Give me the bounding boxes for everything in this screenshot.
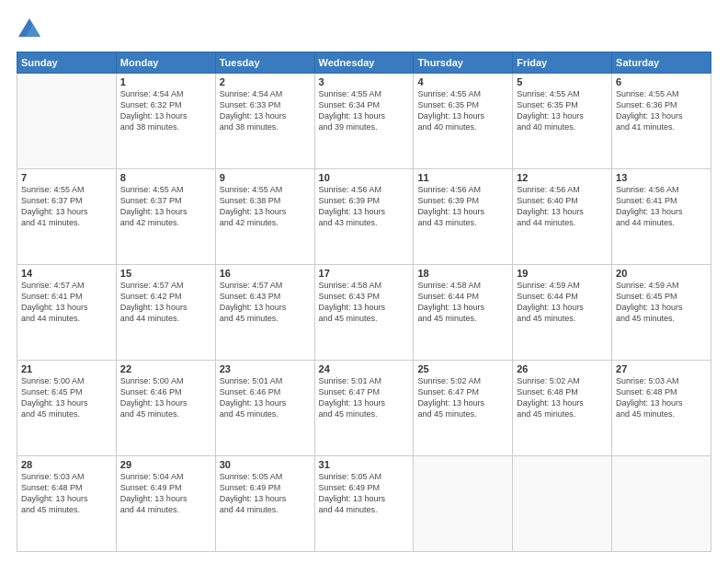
- week-row-3: 14Sunrise: 4:57 AMSunset: 6:41 PMDayligh…: [17, 265, 711, 361]
- calendar-cell: 2Sunrise: 4:54 AMSunset: 6:33 PMDaylight…: [215, 74, 314, 169]
- calendar-cell: [17, 74, 117, 169]
- calendar-cell: 28Sunrise: 5:03 AMSunset: 6:48 PMDayligh…: [17, 456, 117, 552]
- cell-content: Sunrise: 5:05 AMSunset: 6:49 PMDaylight:…: [319, 471, 410, 516]
- cell-content: Sunrise: 4:55 AMSunset: 6:37 PMDaylight:…: [21, 184, 112, 229]
- day-number: 29: [120, 459, 211, 470]
- calendar-cell: 6Sunrise: 4:55 AMSunset: 6:36 PMDaylight…: [612, 74, 711, 169]
- cell-content: Sunrise: 4:59 AMSunset: 6:45 PMDaylight:…: [616, 280, 707, 325]
- calendar-cell: 7Sunrise: 4:55 AMSunset: 6:37 PMDaylight…: [17, 169, 117, 265]
- calendar-cell: 26Sunrise: 5:02 AMSunset: 6:48 PMDayligh…: [513, 361, 612, 456]
- day-number: 7: [21, 172, 112, 183]
- day-header-thursday: Thursday: [414, 52, 513, 74]
- calendar-cell: [513, 456, 612, 552]
- cell-content: Sunrise: 5:02 AMSunset: 6:48 PMDaylight:…: [517, 375, 608, 420]
- calendar-cell: 14Sunrise: 4:57 AMSunset: 6:41 PMDayligh…: [17, 265, 117, 361]
- cell-content: Sunrise: 4:55 AMSunset: 6:35 PMDaylight:…: [517, 88, 608, 133]
- cell-content: Sunrise: 4:58 AMSunset: 6:43 PMDaylight:…: [319, 280, 410, 325]
- day-number: 8: [120, 172, 211, 183]
- week-row-2: 7Sunrise: 4:55 AMSunset: 6:37 PMDaylight…: [17, 169, 711, 265]
- header: [17, 17, 711, 42]
- logo-icon: [17, 17, 42, 42]
- calendar-cell: 19Sunrise: 4:59 AMSunset: 6:44 PMDayligh…: [513, 265, 612, 361]
- day-header-friday: Friday: [513, 52, 612, 74]
- cell-content: Sunrise: 4:59 AMSunset: 6:44 PMDaylight:…: [517, 280, 608, 325]
- calendar-cell: 30Sunrise: 5:05 AMSunset: 6:49 PMDayligh…: [215, 456, 314, 552]
- day-number: 23: [220, 363, 311, 374]
- calendar-cell: 24Sunrise: 5:01 AMSunset: 6:47 PMDayligh…: [314, 361, 414, 456]
- calendar-cell: 8Sunrise: 4:55 AMSunset: 6:37 PMDaylight…: [116, 169, 215, 265]
- cell-content: Sunrise: 4:55 AMSunset: 6:34 PMDaylight:…: [319, 88, 410, 133]
- calendar-cell: 13Sunrise: 4:56 AMSunset: 6:41 PMDayligh…: [612, 169, 711, 265]
- calendar-cell: 23Sunrise: 5:01 AMSunset: 6:46 PMDayligh…: [215, 361, 314, 456]
- day-number: 22: [120, 363, 211, 374]
- cell-content: Sunrise: 4:58 AMSunset: 6:44 PMDaylight:…: [417, 280, 508, 325]
- calendar-cell: 27Sunrise: 5:03 AMSunset: 6:48 PMDayligh…: [612, 361, 711, 456]
- week-row-1: 1Sunrise: 4:54 AMSunset: 6:32 PMDaylight…: [17, 74, 711, 169]
- day-number: 18: [417, 268, 508, 279]
- calendar-cell: 20Sunrise: 4:59 AMSunset: 6:45 PMDayligh…: [612, 265, 711, 361]
- cell-content: Sunrise: 4:56 AMSunset: 6:41 PMDaylight:…: [616, 184, 707, 229]
- calendar-cell: [414, 456, 513, 552]
- day-number: 19: [517, 268, 608, 279]
- day-number: 30: [220, 459, 311, 470]
- cell-content: Sunrise: 5:02 AMSunset: 6:47 PMDaylight:…: [417, 375, 508, 420]
- calendar-cell: 21Sunrise: 5:00 AMSunset: 6:45 PMDayligh…: [17, 361, 117, 456]
- day-number: 17: [319, 268, 410, 279]
- cell-content: Sunrise: 5:00 AMSunset: 6:46 PMDaylight:…: [120, 375, 211, 420]
- cell-content: Sunrise: 4:57 AMSunset: 6:41 PMDaylight:…: [21, 280, 112, 325]
- calendar-cell: 9Sunrise: 4:55 AMSunset: 6:38 PMDaylight…: [215, 169, 314, 265]
- cell-content: Sunrise: 5:01 AMSunset: 6:47 PMDaylight:…: [319, 375, 410, 420]
- cell-content: Sunrise: 5:00 AMSunset: 6:45 PMDaylight:…: [21, 375, 112, 420]
- cell-content: Sunrise: 5:05 AMSunset: 6:49 PMDaylight:…: [220, 471, 311, 516]
- day-number: 1: [120, 76, 211, 87]
- calendar-cell: 31Sunrise: 5:05 AMSunset: 6:49 PMDayligh…: [314, 456, 414, 552]
- day-number: 15: [120, 268, 211, 279]
- week-row-5: 28Sunrise: 5:03 AMSunset: 6:48 PMDayligh…: [17, 456, 711, 552]
- calendar-cell: 16Sunrise: 4:57 AMSunset: 6:43 PMDayligh…: [215, 265, 314, 361]
- cell-content: Sunrise: 4:55 AMSunset: 6:36 PMDaylight:…: [616, 88, 707, 133]
- calendar-cell: 11Sunrise: 4:56 AMSunset: 6:39 PMDayligh…: [414, 169, 513, 265]
- day-number: 10: [319, 172, 410, 183]
- cell-content: Sunrise: 4:54 AMSunset: 6:33 PMDaylight:…: [220, 88, 311, 133]
- calendar-cell: 5Sunrise: 4:55 AMSunset: 6:35 PMDaylight…: [513, 74, 612, 169]
- cell-content: Sunrise: 4:56 AMSunset: 6:39 PMDaylight:…: [417, 184, 508, 229]
- day-header-monday: Monday: [116, 52, 215, 74]
- day-number: 3: [319, 76, 410, 87]
- day-header-tuesday: Tuesday: [215, 52, 314, 74]
- week-row-4: 21Sunrise: 5:00 AMSunset: 6:45 PMDayligh…: [17, 361, 711, 456]
- day-number: 26: [517, 363, 608, 374]
- cell-content: Sunrise: 4:56 AMSunset: 6:39 PMDaylight:…: [319, 184, 410, 229]
- cell-content: Sunrise: 4:55 AMSunset: 6:38 PMDaylight:…: [220, 184, 311, 229]
- calendar-cell: [612, 456, 711, 552]
- calendar-cell: 18Sunrise: 4:58 AMSunset: 6:44 PMDayligh…: [414, 265, 513, 361]
- cell-content: Sunrise: 4:57 AMSunset: 6:43 PMDaylight:…: [220, 280, 311, 325]
- calendar-cell: 25Sunrise: 5:02 AMSunset: 6:47 PMDayligh…: [414, 361, 513, 456]
- day-number: 11: [417, 172, 508, 183]
- day-number: 2: [220, 76, 311, 87]
- day-number: 20: [616, 268, 707, 279]
- day-number: 28: [21, 459, 112, 470]
- cell-content: Sunrise: 4:57 AMSunset: 6:42 PMDaylight:…: [120, 280, 211, 325]
- calendar-cell: 4Sunrise: 4:55 AMSunset: 6:35 PMDaylight…: [414, 74, 513, 169]
- day-number: 4: [417, 76, 508, 87]
- day-number: 5: [517, 76, 608, 87]
- cell-content: Sunrise: 5:03 AMSunset: 6:48 PMDaylight:…: [616, 375, 707, 420]
- cell-content: Sunrise: 4:54 AMSunset: 6:32 PMDaylight:…: [120, 88, 211, 133]
- calendar-cell: 10Sunrise: 4:56 AMSunset: 6:39 PMDayligh…: [314, 169, 414, 265]
- cell-content: Sunrise: 4:56 AMSunset: 6:40 PMDaylight:…: [517, 184, 608, 229]
- cell-content: Sunrise: 5:01 AMSunset: 6:46 PMDaylight:…: [220, 375, 311, 420]
- day-number: 16: [220, 268, 311, 279]
- day-number: 9: [220, 172, 311, 183]
- page: SundayMondayTuesdayWednesdayThursdayFrid…: [0, 0, 728, 563]
- day-number: 25: [417, 363, 508, 374]
- day-number: 21: [21, 363, 112, 374]
- day-header-sunday: Sunday: [17, 52, 117, 74]
- cell-content: Sunrise: 5:04 AMSunset: 6:49 PMDaylight:…: [120, 471, 211, 516]
- cell-content: Sunrise: 4:55 AMSunset: 6:35 PMDaylight:…: [417, 88, 508, 133]
- logo: [17, 17, 46, 42]
- day-number: 14: [21, 268, 112, 279]
- day-number: 31: [319, 459, 410, 470]
- cell-content: Sunrise: 4:55 AMSunset: 6:37 PMDaylight:…: [120, 184, 211, 229]
- day-number: 24: [319, 363, 410, 374]
- calendar-cell: 1Sunrise: 4:54 AMSunset: 6:32 PMDaylight…: [116, 74, 215, 169]
